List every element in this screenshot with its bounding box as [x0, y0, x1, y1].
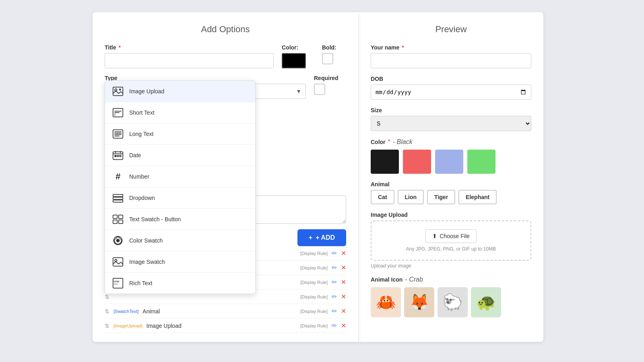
preview-animal-icon-group: Animal Icon - Crab 🦀 🦊 🐑 🐢 [371, 276, 531, 317]
option-row-imageupload: ⇅ [ImageUpload] Image Upload [Display Ru… [105, 319, 346, 333]
preview-dob-group: DOB [371, 76, 531, 100]
color-swatch-red[interactable] [403, 150, 431, 174]
option-name-animal: Animal [142, 308, 296, 315]
animal-btn-cat[interactable]: Cat [371, 190, 394, 204]
display-rule-btn-2[interactable]: [Display Rule] [300, 265, 328, 270]
animal-icon-fox[interactable]: 🦊 [404, 287, 434, 317]
color-swatch-icon [111, 234, 124, 247]
dropdown-label-color-swatch: Color Swatch [129, 237, 163, 244]
display-rule-btn-1[interactable]: [Display Rule] [300, 251, 328, 256]
drag-handle-animal[interactable]: ⇅ [105, 308, 109, 315]
panel-title: Add Options [105, 24, 346, 35]
svg-text:</>: </> [114, 283, 118, 286]
animal-icon-crab[interactable]: 🦀 [371, 287, 401, 317]
preview-color-group: Color * - Black [371, 138, 531, 174]
delete-icon-3[interactable]: ✕ [341, 278, 346, 286]
animal-icons: 🦀 🦊 🐑 🐢 [371, 287, 531, 317]
svg-rect-6 [113, 130, 123, 138]
svg-rect-23 [119, 215, 123, 219]
edit-icon-3[interactable]: ✏ [332, 278, 337, 286]
dropdown-label-long-text: Long Text [129, 131, 153, 137]
delete-icon-1[interactable]: ✕ [341, 249, 346, 257]
svg-rect-17 [120, 155, 121, 157]
drag-handle-4[interactable]: ⇅ [105, 294, 109, 300]
delete-icon-imageupload[interactable]: ✕ [341, 322, 346, 329]
choose-file-button[interactable]: ⬆ Choose File [425, 229, 477, 243]
color-label: Color: [282, 44, 314, 51]
color-swatch-black[interactable] [371, 150, 399, 174]
image-upload-label: Image Upload [371, 212, 531, 218]
delete-icon-2[interactable]: ✕ [341, 264, 346, 272]
drag-handle-imageupload[interactable]: ⇅ [105, 323, 109, 329]
display-rule-btn-4[interactable]: [Display Rule] [300, 294, 328, 299]
edit-icon-animal[interactable]: ✏ [332, 307, 337, 315]
dropdown-label-image-upload: Image Upload [129, 88, 164, 95]
add-icon: + [309, 234, 312, 241]
svg-rect-22 [113, 220, 118, 224]
dropdown-item-color-swatch[interactable]: Color Swatch [105, 230, 255, 251]
right-panel: Preview Your name * DOB Size S M L Color [358, 12, 543, 342]
type-dropdown-menu: Image Upload T Short Text [105, 80, 256, 294]
dropdown-item-dropdown[interactable]: Dropdown [105, 187, 255, 209]
option-row-animal: ⇅ [SwatchText] Animal [Display Rule] ✏ ✕ [105, 304, 346, 319]
animal-buttons: Cat Lion Tiger Elephant [371, 190, 531, 204]
dob-input[interactable] [371, 84, 531, 100]
animal-label: Animal [371, 181, 531, 187]
animal-btn-elephant[interactable]: Elephant [458, 190, 497, 204]
dropdown-item-rich-text[interactable]: HTM </> Rich Text [105, 273, 255, 294]
delete-icon-animal[interactable]: ✕ [341, 307, 346, 315]
color-preview-label: Color [371, 139, 386, 145]
animal-btn-lion[interactable]: Lion [398, 190, 424, 204]
svg-rect-15 [115, 155, 116, 157]
animal-icon-sheep[interactable]: 🐑 [438, 287, 468, 317]
edit-icon-imageupload[interactable]: ✏ [332, 322, 337, 329]
your-name-label: Your name * [371, 44, 531, 51]
dropdown-item-image-upload[interactable]: Image Upload [105, 81, 255, 102]
svg-text:T: T [114, 113, 116, 117]
svg-rect-19 [113, 197, 123, 199]
dropdown-icon [111, 191, 124, 204]
dropdown-item-short-text[interactable]: T Short Text [105, 102, 255, 123]
imageupload-type-badge: [ImageUpload] [114, 323, 142, 328]
add-button[interactable]: + + ADD [297, 229, 346, 246]
dropdown-item-long-text[interactable]: Long Text [105, 123, 255, 145]
animal-btn-tiger[interactable]: Tiger [427, 190, 455, 204]
display-rule-btn-3[interactable]: [Display Rule] [300, 280, 328, 285]
edit-icon-1[interactable]: ✏ [332, 249, 337, 257]
display-rule-btn-animal[interactable]: [Display Rule] [300, 309, 328, 314]
edit-icon-4[interactable]: ✏ [332, 293, 337, 300]
short-text-icon: T [111, 106, 124, 119]
dropdown-label-number: Number [129, 173, 149, 180]
delete-icon-4[interactable]: ✕ [341, 293, 346, 300]
size-select[interactable]: S M L [371, 116, 531, 131]
dropdown-label-date: Date [129, 152, 141, 158]
color-swatch-blue[interactable] [435, 150, 463, 174]
color-swatches [371, 150, 531, 174]
svg-rect-24 [119, 220, 123, 224]
your-name-input[interactable] [371, 53, 531, 68]
bold-checkbox[interactable] [322, 53, 333, 64]
title-input[interactable] [105, 53, 274, 68]
required-label: Required [314, 75, 346, 81]
dropdown-item-text-swatch[interactable]: Text Swatch - Button [105, 209, 255, 230]
required-checkbox[interactable] [314, 84, 325, 95]
dropdown-item-image-swatch[interactable]: Image Swatch [105, 251, 255, 273]
dropdown-item-date[interactable]: Date [105, 145, 255, 166]
svg-text:HTM: HTM [114, 280, 119, 283]
svg-rect-0 [113, 87, 123, 96]
color-swatch-green[interactable] [467, 150, 495, 174]
upload-icon: ⬆ [432, 233, 437, 239]
preview-image-upload-group: Image Upload ⬆ Choose File Any JPG, JPEG… [371, 212, 531, 269]
color-picker[interactable] [282, 53, 306, 68]
animal-icon-turtle[interactable]: 🐢 [471, 287, 501, 317]
dropdown-item-number[interactable]: # Number [105, 166, 255, 187]
svg-rect-16 [117, 155, 119, 157]
title-label: Title * [105, 44, 274, 51]
number-icon: # [111, 170, 124, 183]
color-required-star: * [388, 138, 390, 146]
edit-icon-2[interactable]: ✏ [332, 264, 337, 272]
dob-label: DOB [371, 76, 531, 82]
display-rule-btn-imageupload[interactable]: [Display Rule] [300, 323, 328, 328]
animal-icon-value: - Crab [405, 276, 423, 283]
svg-rect-18 [113, 194, 123, 196]
